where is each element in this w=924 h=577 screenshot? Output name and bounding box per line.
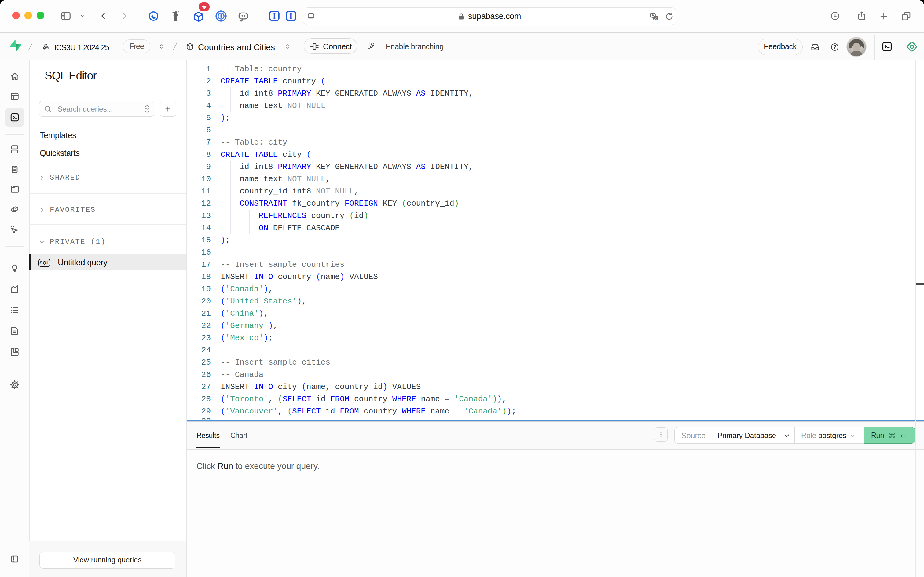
svg-text:文: 文 <box>654 16 658 20</box>
